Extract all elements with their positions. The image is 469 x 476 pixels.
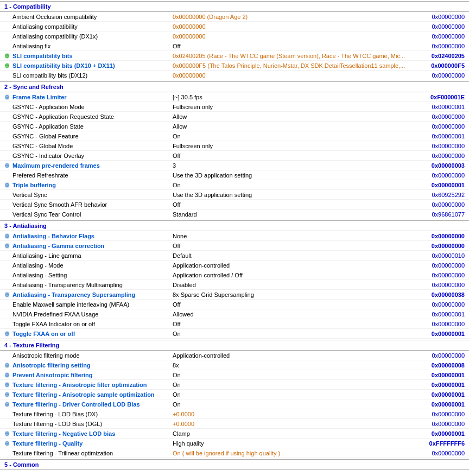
row-value: Default (168, 252, 415, 259)
row-label: Toggle FXAA Indicator on or off (0, 321, 168, 327)
svg-point-44 (7, 433, 8, 434)
row-hex-value: 0xF000001E (415, 94, 469, 100)
row-label-text: GSYNC - Application Mode (12, 104, 85, 110)
row-value: On (168, 382, 415, 388)
table-row[interactable]: Antialiasing compatibility (DX1x)0x00000… (0, 31, 469, 41)
table-row[interactable]: Prefered RefreshrateUse the 3D applicati… (0, 170, 469, 180)
table-row[interactable]: Prevent Anisotropic filteringOn0x0000000… (0, 370, 469, 380)
row-hex-value: 0x00000000 (415, 321, 469, 327)
table-row[interactable]: Maximum pre-rendered frames30x00000003 (0, 161, 469, 170)
table-row[interactable]: Texture filtering - Anisotropic filter o… (0, 380, 469, 390)
row-label: SLI compatibility bits (0, 52, 168, 60)
row-label: Antialiasing - Gamma correction (0, 242, 168, 250)
svg-point-20 (7, 245, 8, 246)
row-value: On (168, 401, 415, 408)
table-row[interactable]: SLI compatibility bits (DX12)0x000000000… (0, 71, 469, 80)
svg-point-38 (7, 394, 8, 395)
table-row[interactable]: Triple bufferingOn0x00000001 (0, 180, 469, 190)
row-label-text: GSYNC - Application State (12, 123, 84, 130)
row-hex-value: 0x00000000 (415, 262, 469, 269)
row-hex-value: 0x00000000 (415, 272, 469, 278)
row-label-text: Texture filtering - Quality (12, 440, 83, 447)
row-label: GSYNC - Application Requested State (0, 113, 168, 120)
row-hex-value: 0x00000000 (415, 153, 469, 159)
table-row[interactable]: Antialiasing - SettingApplication-contro… (0, 270, 469, 280)
row-label: Antialiasing compatibility (DX1x) (0, 33, 168, 40)
table-row[interactable]: SLI compatibility bits0x02400205 (Race -… (0, 51, 469, 61)
row-value: Off (168, 201, 415, 208)
row-label: Texture filtering - Driver Controlled LO… (0, 401, 168, 408)
row-label: Texture filtering - Negative LOD bias (0, 430, 168, 437)
table-row[interactable]: GSYNC - Application ModeFullscreen only0… (0, 102, 469, 112)
row-label: Texture filtering - Trilinear optimizati… (0, 450, 168, 456)
table-row[interactable]: GSYNC - Application Requested StateAllow… (0, 112, 469, 122)
row-value: 0x00000000 (Dragon Age 2) (168, 14, 415, 20)
table-row[interactable]: GSYNC - Application StateAllow0x00000000 (0, 122, 469, 131)
row-label: Texture filtering - Anisotropic sample o… (0, 391, 168, 398)
table-row[interactable]: Texture filtering - QualityHigh quality0… (0, 439, 469, 448)
table-row[interactable]: Toggle FXAA Indicator on or offOff0x0000… (0, 319, 469, 329)
row-label-text: Prefered Refreshrate (12, 172, 68, 179)
row-value: Allow (168, 123, 415, 130)
table-row[interactable]: GSYNC - Indicator OverlayOff0x00000000 (0, 151, 469, 161)
table-row[interactable]: SLI compatibility bits (DX10 + DX11)0x00… (0, 61, 469, 71)
row-label-text: Texture filtering - Driver Controlled LO… (12, 401, 140, 408)
table-row[interactable]: Antialiasing - Line gammaDefault0x000000… (0, 251, 469, 261)
table-row[interactable]: Antialiasing - Behavior FlagsNone0x00000… (0, 231, 469, 241)
table-row[interactable]: Antialiasing fixOff0x00000000 (0, 41, 469, 51)
row-value: High quality (168, 440, 415, 447)
row-label: Vertical Sync (0, 192, 168, 198)
row-label-text: Antialiasing fix (12, 43, 50, 49)
table-row[interactable]: Enable Maxwell sample interleaving (MFAA… (0, 300, 469, 309)
row-hex-value: 0x00000001 (415, 311, 469, 318)
table-row[interactable]: Anisotropic filtering modeApplication-co… (0, 351, 469, 360)
row-value: 0x000000F5 (The Talos Principle, Nurien-… (168, 62, 415, 69)
table-row[interactable]: NVIDIA Predefined FXAA UsageAllowed0x000… (0, 309, 469, 319)
table-row[interactable]: GSYNC - Global FeatureOn0x00000001 (0, 131, 469, 141)
row-label: Antialiasing compatibility (0, 23, 168, 30)
table-row[interactable]: Anisotropic filtering setting8x0x0000000… (0, 360, 469, 370)
row-label-text: Antialiasing - Transparency Supersamplin… (12, 291, 135, 298)
gear-icon (3, 162, 11, 169)
svg-point-14 (7, 184, 8, 186)
row-label-text: Antialiasing - Behavior Flags (12, 233, 94, 239)
table-row[interactable]: Antialiasing - Transparency Multisamplin… (0, 280, 469, 290)
row-label-text: Toggle FXAA Indicator on or off (12, 321, 95, 327)
row-label: SLI compatibility bits (DX10 + DX11) (0, 62, 168, 69)
table-row[interactable]: Antialiasing - Gamma correctionOff0x0000… (0, 241, 469, 251)
row-hex-value: 0x00000000 (415, 43, 469, 49)
table-row[interactable]: Texture filtering - Anisotropic sample o… (0, 390, 469, 399)
row-hex-value: 0x00000001 (415, 382, 469, 388)
row-label-text: Antialiasing - Mode (12, 262, 64, 269)
table-row[interactable]: Frame Rate Limiter[~] 30.5 fps0xF000001E (0, 92, 469, 102)
table-row[interactable]: Antialiasing compatibility0x000000000x00… (0, 22, 469, 31)
row-hex-value: 0x00000008 (415, 362, 469, 369)
gear-icon (3, 52, 11, 60)
table-row[interactable]: Vertical Sync Tear ControlStandard0x9686… (0, 210, 469, 219)
table-row[interactable]: Texture filtering - Negative LOD biasCla… (0, 429, 469, 439)
table-row[interactable]: Vertical Sync Smooth AFR behaviorOff0x00… (0, 200, 469, 210)
row-hex-value: 0x000000F5 (415, 62, 469, 69)
table-row[interactable]: Toggle FXAA on or offOn0x00000001 (0, 329, 469, 339)
row-hex-value: 0x00000010 (415, 252, 469, 259)
row-label: Texture filtering - LOD Bias (OGL) (0, 421, 168, 427)
table-row[interactable]: Antialiasing - Transparency Supersamplin… (0, 290, 469, 300)
row-label: NVIDIA Predefined FXAA Usage (0, 311, 168, 318)
row-label-text: Vertical Sync (12, 192, 47, 198)
row-label: GSYNC - Application State (0, 123, 168, 130)
table-row[interactable]: GSYNC - Global ModeFullscreen only0x0000… (0, 141, 469, 151)
table-row[interactable]: Vertical SyncUse the 3D application sett… (0, 190, 469, 200)
table-row[interactable]: Texture filtering - Trilinear optimizati… (0, 448, 469, 458)
row-value: Off (168, 321, 415, 327)
row-hex-value: 0x00000001 (415, 104, 469, 110)
row-label: Antialiasing - Mode (0, 262, 168, 269)
table-row[interactable]: Ambient Occlusion compatibility0x0000000… (0, 12, 469, 22)
gear-icon (3, 291, 11, 299)
table-row[interactable]: Texture filtering - LOD Bias (OGL)+0.000… (0, 419, 469, 429)
table-row[interactable]: Antialiasing - ModeApplication-controlle… (0, 261, 469, 270)
svg-point-29 (7, 364, 8, 366)
table-row[interactable]: Texture filtering - Driver Controlled LO… (0, 399, 469, 409)
row-label: GSYNC - Global Mode (0, 143, 168, 149)
table-row[interactable]: Texture filtering - LOD Bias (DX)+0.0000… (0, 409, 469, 419)
row-label-text: Ambient Occlusion compatibility (12, 14, 97, 20)
